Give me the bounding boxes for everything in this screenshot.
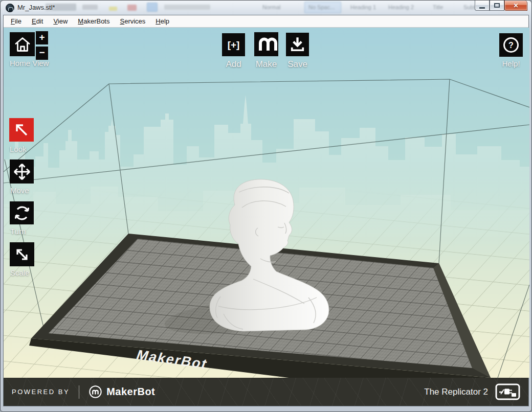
window-title: Mr_Jaws.stl* <box>17 4 55 11</box>
save-label: Save <box>286 59 309 70</box>
menubar: File Edit View MakerBots Services Help <box>4 15 528 28</box>
house-icon <box>11 33 34 56</box>
add-button[interactable]: [+] <box>222 33 245 56</box>
makerbot-wordmark: MakerBot <box>106 386 155 398</box>
save-button[interactable] <box>286 33 309 56</box>
move-tool-button[interactable] <box>10 159 34 184</box>
move-tool-label: Move <box>10 186 29 195</box>
background-ribbon-style: Heading 1 <box>350 4 376 10</box>
close-button[interactable]: ✕ <box>504 1 527 11</box>
arrow-northwest-icon <box>10 118 33 142</box>
help-icon: ? <box>499 33 523 57</box>
close-icon: ✕ <box>513 2 518 9</box>
app-icon[interactable] <box>6 4 14 12</box>
turn-tool-label: Turn <box>10 227 26 236</box>
add-icon: [+] <box>228 39 240 51</box>
viewport-3d[interactable]: MakerBot <box>4 28 529 378</box>
background-window-ribbon: Normal No Spac... Heading 1 Heading 2 Ti… <box>1 1 531 15</box>
menu-item-file[interactable]: File <box>6 16 27 27</box>
minimize-button[interactable] <box>475 1 490 11</box>
svg-text:?: ? <box>508 41 514 50</box>
menu-item-view[interactable]: View <box>48 16 73 27</box>
maximize-icon <box>494 3 500 8</box>
home-view-button[interactable] <box>10 32 35 56</box>
printer-name: The Replicator 2 <box>424 387 488 397</box>
makerware-window: Normal No Spac... Heading 1 Heading 2 Ti… <box>0 0 532 412</box>
help-label: Help! <box>499 59 523 68</box>
menu-item-help[interactable]: Help <box>150 16 174 27</box>
background-ribbon-style: Normal <box>262 4 280 10</box>
scale-diagonal-arrow-icon <box>10 243 34 266</box>
move-arrows-icon <box>10 160 34 184</box>
background-ribbon-style: No Spac... <box>308 4 335 10</box>
add-label: Add <box>222 59 245 70</box>
menu-item-makerbots[interactable]: MakerBots <box>73 16 115 27</box>
look-tool-button[interactable] <box>9 118 34 142</box>
rotate-icon <box>10 201 34 225</box>
background-ribbon-style: Title <box>433 4 443 10</box>
makerbot-logo-icon <box>88 385 102 399</box>
status-bar: POWERED BY MakerBot The Replicator 2 <box>4 378 528 406</box>
makerbot-m-icon <box>255 33 278 56</box>
save-download-icon <box>286 33 309 56</box>
zoom-out-button[interactable]: − <box>36 47 48 60</box>
maximize-button[interactable] <box>490 1 504 11</box>
home-view-label: Home View <box>10 59 49 67</box>
turn-tool-button[interactable] <box>10 201 34 224</box>
powered-by-label: POWERED BY <box>12 388 70 396</box>
scene-3d[interactable]: MakerBot <box>4 28 529 378</box>
menu-item-edit[interactable]: Edit <box>27 16 48 27</box>
look-tool-label: Look <box>10 145 27 153</box>
help-button[interactable]: ? <box>499 33 523 57</box>
titlebar[interactable]: Normal No Spac... Heading 1 Heading 2 Ti… <box>1 1 531 15</box>
scale-tool-label: Scale <box>10 268 30 277</box>
make-button[interactable] <box>254 32 278 56</box>
connection-status-icon <box>495 383 520 400</box>
divider <box>79 385 79 399</box>
zoom-in-button[interactable]: + <box>36 31 48 44</box>
minimize-icon <box>479 7 485 9</box>
menu-item-services[interactable]: Services <box>115 16 150 27</box>
make-label: Make <box>254 59 278 70</box>
scale-tool-button[interactable] <box>10 242 34 266</box>
background-ribbon-style: Heading 2 <box>388 4 414 10</box>
